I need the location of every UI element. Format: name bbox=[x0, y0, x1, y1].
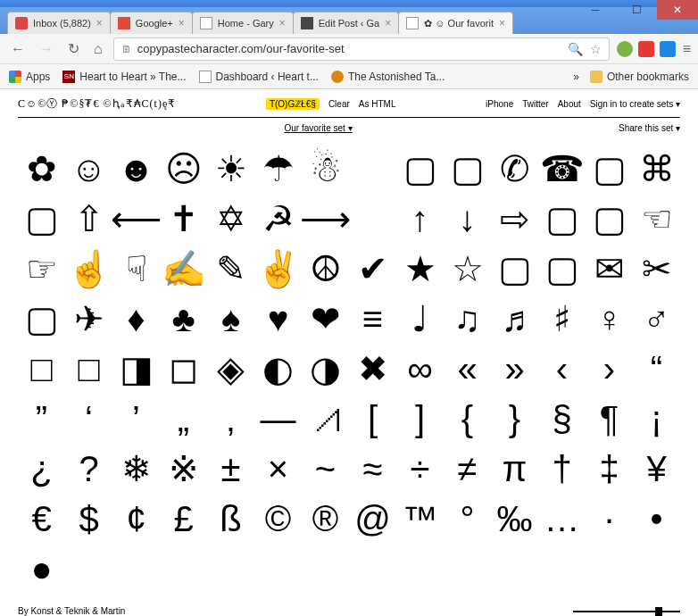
character-cell[interactable]: ⟶ bbox=[302, 194, 349, 244]
toggles-button[interactable]: T(O)GℤŁ€§ bbox=[266, 98, 320, 110]
character-cell[interactable]: € bbox=[18, 494, 65, 544]
search-icon[interactable]: 🔍 bbox=[568, 42, 583, 56]
character-cell[interactable]: } bbox=[491, 394, 538, 444]
character-cell[interactable]: ▢ bbox=[586, 194, 633, 244]
nav-link[interactable]: Twitter bbox=[522, 99, 548, 109]
character-cell[interactable]: ▢ bbox=[444, 144, 491, 194]
browser-tab[interactable]: ✿ ☺ Our favorit× bbox=[398, 12, 513, 34]
character-cell[interactable]: ● bbox=[18, 544, 65, 594]
character-cell[interactable]: ✔ bbox=[349, 244, 396, 294]
browser-tab[interactable]: Edit Post ‹ Ga× bbox=[293, 12, 400, 34]
slider-handle[interactable] bbox=[655, 607, 662, 616]
tab-close-icon[interactable]: × bbox=[179, 17, 185, 29]
character-cell[interactable]: • bbox=[633, 494, 680, 544]
back-button[interactable]: ← bbox=[7, 39, 29, 59]
character-cell[interactable]: × bbox=[254, 444, 302, 494]
nav-link[interactable]: iPhone bbox=[486, 99, 513, 109]
character-cell[interactable]: ◑ bbox=[302, 344, 349, 394]
character-cell[interactable]: ‰ bbox=[491, 494, 538, 544]
character-cell[interactable]: ✈ bbox=[65, 294, 112, 344]
character-cell[interactable]: ☟ bbox=[112, 244, 160, 294]
character-cell[interactable]: ⩘ bbox=[302, 394, 349, 444]
extension-icon[interactable] bbox=[638, 41, 654, 57]
character-cell[interactable]: ¢ bbox=[112, 494, 160, 544]
reload-button[interactable]: ↻ bbox=[64, 38, 83, 59]
character-cell[interactable]: ‚ bbox=[207, 394, 254, 444]
apps-button[interactable]: Apps bbox=[9, 71, 50, 83]
nav-link[interactable]: About bbox=[558, 99, 581, 109]
browser-tab[interactable]: Home - Gary× bbox=[192, 12, 294, 34]
character-cell[interactable]: ? bbox=[65, 444, 112, 494]
character-cell[interactable]: “ bbox=[633, 344, 680, 394]
character-cell[interactable]: ▢ bbox=[491, 244, 538, 294]
character-cell[interactable]: ✝ bbox=[160, 194, 207, 244]
character-cell[interactable]: ◨ bbox=[112, 344, 160, 394]
minimize-button[interactable]: ─ bbox=[575, 0, 616, 20]
character-cell[interactable]: · bbox=[586, 494, 633, 544]
character-cell[interactable]: ☀ bbox=[207, 144, 254, 194]
character-cell[interactable]: $ bbox=[65, 494, 112, 544]
character-cell[interactable]: ※ bbox=[160, 444, 207, 494]
character-cell[interactable]: ß bbox=[207, 494, 254, 544]
character-cell[interactable]: ♦ bbox=[112, 294, 160, 344]
character-cell[interactable]: ✂ bbox=[633, 244, 680, 294]
tab-close-icon[interactable]: × bbox=[96, 17, 103, 29]
character-cell[interactable]: ✎ bbox=[207, 244, 254, 294]
address-bar[interactable]: 🗎 🔍 ☆ bbox=[113, 37, 610, 61]
character-cell[interactable]: ☝ bbox=[65, 244, 112, 294]
character-cell[interactable]: ☮ bbox=[302, 244, 349, 294]
character-cell[interactable]: ◐ bbox=[254, 344, 302, 394]
tab-close-icon[interactable]: × bbox=[385, 17, 391, 29]
character-cell[interactable]: ≠ bbox=[444, 444, 491, 494]
character-cell[interactable]: ÷ bbox=[396, 444, 444, 494]
character-cell[interactable]: › bbox=[586, 344, 633, 394]
as-html-link[interactable]: As HTML bbox=[359, 99, 396, 109]
character-cell[interactable]: ↑ bbox=[396, 194, 444, 244]
character-cell[interactable]: ♯ bbox=[538, 294, 586, 344]
tab-close-icon[interactable]: × bbox=[499, 17, 505, 29]
character-cell[interactable]: ❄ bbox=[112, 444, 160, 494]
character-cell[interactable]: ▢ bbox=[538, 244, 586, 294]
character-cell[interactable]: ‡ bbox=[586, 444, 633, 494]
character-cell[interactable]: ☆ bbox=[444, 244, 491, 294]
character-cell[interactable] bbox=[349, 144, 396, 194]
character-cell[interactable]: ‘ bbox=[65, 394, 112, 444]
character-cell[interactable]: ◈ bbox=[207, 344, 254, 394]
character-cell[interactable]: ▢ bbox=[538, 194, 586, 244]
site-logo[interactable]: C☺©Ⓨ ₱©§₮€ ©ⱨₐ₹₳C(t)ę₹ bbox=[18, 96, 176, 112]
bookmark-item[interactable]: The Astonished Ta... bbox=[331, 71, 445, 83]
character-cell[interactable]: ✉ bbox=[586, 244, 633, 294]
character-cell[interactable]: ☞ bbox=[18, 244, 65, 294]
character-cell[interactable]: ≡ bbox=[349, 294, 396, 344]
character-cell[interactable]: ✡ bbox=[207, 194, 254, 244]
character-cell[interactable]: ® bbox=[302, 494, 349, 544]
character-cell[interactable]: ¡ bbox=[633, 394, 680, 444]
character-cell[interactable] bbox=[349, 194, 396, 244]
chrome-menu-button[interactable]: ≡ bbox=[683, 41, 691, 57]
character-cell[interactable]: ☜ bbox=[633, 194, 680, 244]
character-cell[interactable]: ♥ bbox=[254, 294, 302, 344]
bookmarks-overflow[interactable]: » bbox=[573, 71, 579, 83]
character-cell[interactable]: ▢ bbox=[18, 294, 65, 344]
character-cell[interactable]: □ bbox=[65, 344, 112, 394]
character-cell[interactable]: ¿ bbox=[18, 444, 65, 494]
url-input[interactable] bbox=[137, 42, 568, 55]
character-cell[interactable]: † bbox=[538, 444, 586, 494]
extension-icon[interactable] bbox=[617, 41, 633, 57]
character-cell[interactable]: ~ bbox=[302, 444, 349, 494]
character-cell[interactable]: π bbox=[491, 444, 538, 494]
character-cell[interactable]: ™ bbox=[396, 494, 444, 544]
character-cell[interactable]: ☻ bbox=[112, 144, 160, 194]
character-cell[interactable]: ✆ bbox=[491, 144, 538, 194]
character-cell[interactable]: … bbox=[538, 494, 586, 544]
character-cell[interactable]: ¥ bbox=[633, 444, 680, 494]
character-cell[interactable]: ✍ bbox=[160, 244, 207, 294]
character-cell[interactable]: ≈ bbox=[349, 444, 396, 494]
character-cell[interactable]: [ bbox=[349, 394, 396, 444]
character-cell[interactable]: ↓ bbox=[444, 194, 491, 244]
character-cell[interactable]: © bbox=[254, 494, 302, 544]
size-slider[interactable] bbox=[573, 611, 680, 612]
character-cell[interactable]: ∞ bbox=[396, 344, 444, 394]
character-cell[interactable]: ☺ bbox=[65, 144, 112, 194]
character-cell[interactable]: ▢ bbox=[18, 194, 65, 244]
